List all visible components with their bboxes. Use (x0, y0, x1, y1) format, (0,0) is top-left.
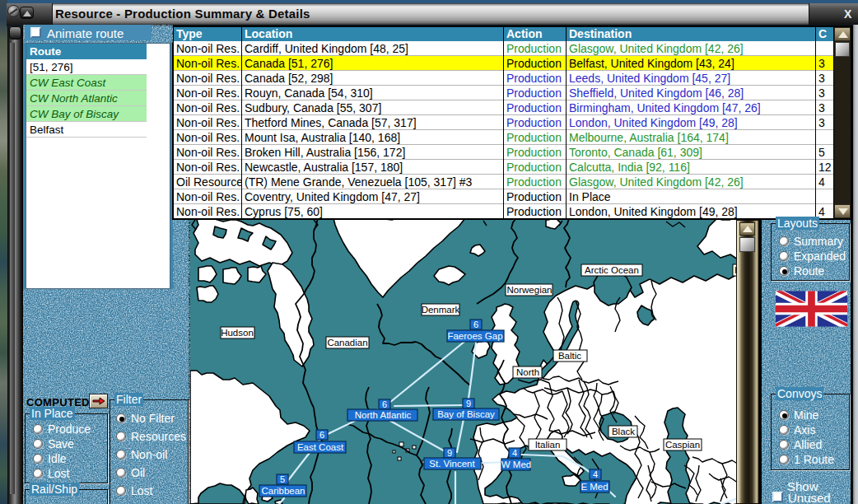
svg-text:East Coast: East Coast (297, 442, 344, 452)
svg-text:Norwegian: Norwegian (507, 285, 553, 295)
svg-text:6: 6 (382, 399, 387, 409)
svg-text:9: 9 (466, 399, 471, 408)
svg-text:W Med: W Med (501, 460, 531, 469)
svg-text:Arctic Ocean: Arctic Ocean (585, 265, 639, 275)
svg-text:9: 9 (447, 448, 452, 458)
svg-text:E Med: E Med (581, 482, 608, 492)
svg-text:Denmark: Denmark (422, 305, 460, 315)
svg-text:Caribbean: Caribbean (261, 486, 305, 496)
svg-text:Black: Black (612, 427, 635, 436)
svg-text:Baltic: Baltic (558, 351, 581, 361)
svg-text:Hudson: Hudson (221, 328, 254, 338)
svg-text:Caspian: Caspian (665, 440, 700, 450)
svg-text:St. Vincent: St. Vincent (429, 459, 475, 469)
svg-text:Italian: Italian (535, 440, 561, 450)
svg-text:Canadian: Canadian (327, 338, 367, 348)
svg-text:Bay of Biscay: Bay of Biscay (437, 409, 495, 419)
svg-text:North: North (516, 367, 539, 377)
svg-text:North Atlantic: North Atlantic (355, 410, 412, 420)
svg-text:5: 5 (280, 474, 285, 484)
svg-text:4: 4 (593, 469, 598, 479)
svg-text:Faeroes Gap: Faeroes Gap (447, 331, 502, 341)
svg-text:6: 6 (473, 320, 478, 329)
svg-text:6: 6 (319, 430, 324, 440)
svg-text:4: 4 (512, 448, 517, 458)
